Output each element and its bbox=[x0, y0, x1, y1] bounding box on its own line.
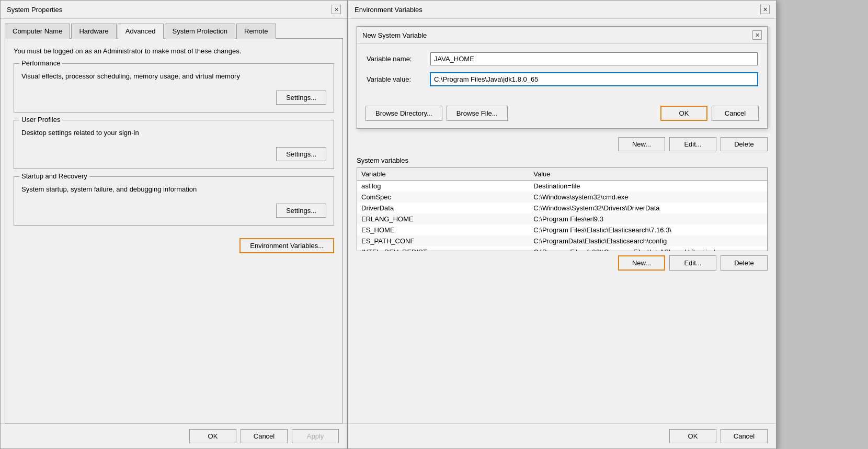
user-profiles-desc: Desktop settings related to your sign-in bbox=[21, 129, 326, 137]
system-variables-title: System variables bbox=[357, 156, 768, 164]
user-variables-new-button[interactable]: New... bbox=[618, 137, 665, 151]
tab-advanced[interactable]: Advanced bbox=[118, 24, 164, 39]
col-header-variable: Variable bbox=[357, 168, 529, 181]
variable-value-input[interactable] bbox=[430, 73, 758, 86]
system-variables-table-wrapper[interactable]: Variable Value asl.logDestination=fileCo… bbox=[357, 167, 768, 251]
system-props-apply-button[interactable]: Apply bbox=[292, 429, 339, 443]
variable-name-input[interactable] bbox=[430, 52, 758, 65]
performance-desc: Visual effects, processor scheduling, me… bbox=[21, 72, 326, 80]
performance-label: Performance bbox=[19, 59, 62, 67]
env-vars-cancel-button[interactable]: Cancel bbox=[721, 429, 768, 443]
system-variables-delete-button[interactable]: Delete bbox=[721, 255, 768, 271]
new-sysvar-cancel-button[interactable]: Cancel bbox=[712, 106, 759, 121]
env-vars-close-button[interactable]: ✕ bbox=[760, 5, 770, 14]
value-cell: Destination=file bbox=[529, 181, 767, 192]
variable-cell: ERLANG_HOME bbox=[357, 214, 529, 224]
variable-value-row: Variable value: bbox=[367, 73, 758, 86]
startup-recovery-label: Startup and Recovery bbox=[19, 172, 89, 180]
variable-value-label: Variable value: bbox=[367, 75, 424, 83]
table-row[interactable]: DriverDataC:\Windows\System32\Drivers\Dr… bbox=[357, 203, 767, 214]
table-row[interactable]: ERLANG_HOMEC:\Program Files\erl9.3 bbox=[357, 214, 767, 224]
new-sysvar-buttons: Browse Directory... Browse File... OK Ca… bbox=[357, 102, 767, 128]
startup-recovery-section: Startup and Recovery System startup, sys… bbox=[14, 176, 334, 226]
value-cell: C:\Program Files (x86)\Common Files\Inte… bbox=[529, 246, 767, 251]
environment-variables-dialog: Environment Variables ✕ New System Varia… bbox=[348, 0, 776, 449]
variable-cell: ComSpec bbox=[357, 192, 529, 203]
user-profiles-section: User Profiles Desktop settings related t… bbox=[14, 120, 334, 169]
table-row[interactable]: asl.logDestination=file bbox=[357, 181, 767, 192]
value-cell: C:\Windows\system32\cmd.exe bbox=[529, 192, 767, 203]
system-props-titlebar: System Properties ✕ bbox=[1, 1, 347, 19]
admin-notice: You must be logged on as an Administrato… bbox=[14, 47, 334, 55]
env-vars-titlebar: Environment Variables ✕ bbox=[348, 1, 776, 19]
system-variables-edit-button[interactable]: Edit... bbox=[669, 255, 716, 271]
new-system-variable-dialog: New System Variable ✕ Variable name: Var… bbox=[357, 26, 768, 129]
user-variables-delete-button[interactable]: Delete bbox=[721, 137, 768, 151]
env-vars-ok-button[interactable]: OK bbox=[669, 429, 716, 443]
env-vars-footer: OK Cancel bbox=[348, 423, 776, 448]
variable-cell: asl.log bbox=[357, 181, 529, 192]
performance-settings-button[interactable]: Settings... bbox=[276, 91, 326, 105]
system-properties-dialog: System Properties ✕ Computer Name Hardwa… bbox=[0, 0, 348, 449]
environment-variables-button[interactable]: Environment Variables... bbox=[239, 238, 334, 253]
system-props-title: System Properties bbox=[7, 6, 62, 14]
new-sysvar-body: Variable name: Variable value: bbox=[357, 44, 767, 102]
value-cell: C:\ProgramData\Elastic\Elasticsearch\con… bbox=[529, 235, 767, 246]
browse-file-button[interactable]: Browse File... bbox=[447, 106, 508, 121]
system-variables-table: Variable Value asl.logDestination=fileCo… bbox=[357, 168, 767, 251]
variable-name-row: Variable name: bbox=[367, 52, 758, 65]
new-sysvar-close-button[interactable]: ✕ bbox=[752, 30, 762, 40]
value-cell: C:\Program Files\erl9.3 bbox=[529, 214, 767, 224]
user-variables-action-row: New... Edit... Delete bbox=[357, 137, 768, 151]
tab-system-protection[interactable]: System Protection bbox=[165, 24, 236, 39]
system-props-ok-button[interactable]: OK bbox=[189, 429, 236, 443]
variable-cell: ES_HOME bbox=[357, 224, 529, 235]
value-cell: C:\Program Files\Elastic\Elasticsearch\7… bbox=[529, 224, 767, 235]
system-props-cancel-button[interactable]: Cancel bbox=[241, 429, 288, 443]
performance-section: Performance Visual effects, processor sc… bbox=[14, 63, 334, 113]
system-variables-new-button[interactable]: New... bbox=[618, 255, 665, 271]
user-profiles-settings-button[interactable]: Settings... bbox=[276, 147, 326, 161]
user-profiles-label: User Profiles bbox=[19, 116, 62, 124]
startup-recovery-desc: System startup, system failure, and debu… bbox=[21, 185, 326, 193]
variable-cell: DriverData bbox=[357, 203, 529, 214]
user-variables-edit-button[interactable]: Edit... bbox=[669, 137, 716, 151]
value-cell: C:\Windows\System32\Drivers\DriverData bbox=[529, 203, 767, 214]
variable-cell: INTEL_DEV_REDIST bbox=[357, 246, 529, 251]
system-props-footer: OK Cancel Apply bbox=[1, 423, 347, 448]
new-sysvar-ok-button[interactable]: OK bbox=[660, 106, 707, 121]
system-props-close-button[interactable]: ✕ bbox=[332, 5, 341, 14]
env-vars-content: New System Variable ✕ Variable name: Var… bbox=[348, 19, 776, 423]
tab-remote[interactable]: Remote bbox=[236, 24, 276, 39]
env-vars-title: Environment Variables bbox=[355, 6, 422, 14]
new-sysvar-title: New System Variable bbox=[362, 31, 427, 39]
tab-computer-name[interactable]: Computer Name bbox=[5, 24, 70, 39]
system-variables-action-row: New... Edit... Delete bbox=[357, 255, 768, 271]
col-header-value: Value bbox=[529, 168, 767, 181]
table-row[interactable]: INTEL_DEV_REDISTC:\Program Files (x86)\C… bbox=[357, 246, 767, 251]
variable-cell: ES_PATH_CONF bbox=[357, 235, 529, 246]
variable-name-label: Variable name: bbox=[367, 55, 424, 63]
startup-recovery-settings-button[interactable]: Settings... bbox=[276, 204, 326, 218]
browse-directory-button[interactable]: Browse Directory... bbox=[366, 106, 442, 121]
system-props-tabs: Computer Name Hardware Advanced System P… bbox=[1, 19, 347, 38]
tab-hardware[interactable]: Hardware bbox=[71, 24, 116, 39]
table-row[interactable]: ES_PATH_CONFC:\ProgramData\Elastic\Elast… bbox=[357, 235, 767, 246]
new-sysvar-titlebar: New System Variable ✕ bbox=[357, 27, 767, 44]
table-row[interactable]: ComSpecC:\Windows\system32\cmd.exe bbox=[357, 192, 767, 203]
advanced-tab-content: You must be logged on as an Administrato… bbox=[5, 38, 343, 423]
table-row[interactable]: ES_HOMEC:\Program Files\Elastic\Elastics… bbox=[357, 224, 767, 235]
